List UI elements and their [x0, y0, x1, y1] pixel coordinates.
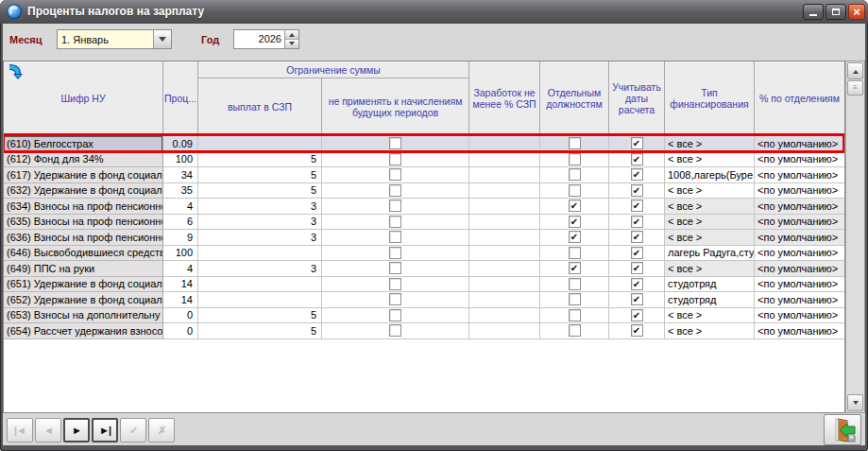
- szp-limit-cell[interactable]: [198, 246, 322, 262]
- separate-positions-cell[interactable]: [540, 167, 609, 183]
- szp-limit-cell[interactable]: 5: [198, 167, 322, 183]
- percent-cell[interactable]: 0.09: [163, 136, 198, 152]
- dept-percent-cell[interactable]: <по умолчанию>: [755, 183, 844, 199]
- calc-dates-cell[interactable]: ✔: [609, 167, 665, 183]
- separate-positions-cell[interactable]: [540, 308, 609, 324]
- min-percent-cell[interactable]: [469, 167, 540, 183]
- separate-positions-checkbox[interactable]: ✔: [569, 199, 581, 212]
- nav-last-record-button[interactable]: ►|: [92, 418, 118, 442]
- table-row[interactable]: (654) Рассчет удержания взносо05✔< все >…: [4, 323, 844, 339]
- szp-limit-cell[interactable]: 3: [198, 215, 322, 231]
- szp-limit-cell[interactable]: 5: [198, 308, 322, 324]
- calc-dates-cell[interactable]: ✔: [609, 261, 665, 277]
- calc-dates-checkbox[interactable]: ✔: [631, 153, 643, 165]
- dept-percent-cell[interactable]: <по умолчанию>: [755, 323, 844, 339]
- spin-down-button[interactable]: [285, 40, 298, 48]
- separate-positions-checkbox[interactable]: [569, 247, 581, 259]
- no-future-cell[interactable]: [322, 292, 469, 308]
- szp-limit-cell[interactable]: 3: [198, 261, 322, 277]
- calc-dates-cell[interactable]: ✔: [609, 215, 665, 231]
- dept-percent-cell[interactable]: <по умолчанию>: [755, 292, 844, 308]
- group-header-sum-limit[interactable]: Ограничение суммы: [198, 61, 469, 78]
- dept-percent-cell[interactable]: <по умолчанию>: [755, 215, 844, 231]
- separate-positions-cell[interactable]: [540, 136, 609, 152]
- column-header-dept-percent[interactable]: % по отделениям: [755, 61, 844, 135]
- separate-positions-cell[interactable]: [540, 323, 609, 339]
- column-header-financing-type[interactable]: Тип финансирования: [665, 61, 755, 135]
- table-row[interactable]: (634) Взносы на проф пенсионно43✔✔< все …: [4, 199, 844, 215]
- separate-positions-checkbox[interactable]: ✔: [569, 262, 581, 274]
- no-future-cell[interactable]: [322, 230, 469, 246]
- percent-cell[interactable]: 35: [163, 183, 198, 199]
- table-row[interactable]: (635) Взносы на проф пенсионно63✔✔< все …: [4, 215, 844, 231]
- szp-limit-cell[interactable]: 3: [198, 199, 322, 215]
- no-future-checkbox[interactable]: [389, 309, 401, 321]
- separate-positions-cell[interactable]: [540, 152, 609, 168]
- separate-positions-cell[interactable]: ✔: [540, 230, 609, 246]
- percent-cell[interactable]: 34: [163, 167, 198, 183]
- code-cell[interactable]: (632) Удержание в фонд социал: [4, 183, 163, 199]
- percent-cell[interactable]: 0: [163, 308, 198, 324]
- calc-dates-checkbox[interactable]: ✔: [631, 231, 643, 243]
- code-cell[interactable]: (635) Взносы на проф пенсионно: [4, 215, 163, 231]
- min-percent-cell[interactable]: [469, 152, 540, 168]
- financing-cell[interactable]: < все >: [665, 261, 755, 277]
- code-cell[interactable]: (612) Фонд для 34%: [4, 152, 163, 168]
- calc-dates-checkbox[interactable]: ✔: [631, 293, 643, 305]
- percent-cell[interactable]: 14: [163, 292, 198, 308]
- calc-dates-cell[interactable]: ✔: [609, 183, 665, 199]
- financing-cell[interactable]: < все >: [665, 215, 755, 231]
- financing-cell[interactable]: < все >: [665, 308, 755, 324]
- financing-cell[interactable]: < все >: [665, 152, 755, 168]
- no-future-cell[interactable]: [322, 167, 469, 183]
- dept-percent-cell[interactable]: <по умолчанию>: [755, 246, 844, 262]
- month-combobox[interactable]: 1. Январь: [57, 29, 172, 49]
- no-future-checkbox[interactable]: [389, 262, 401, 274]
- code-cell[interactable]: (634) Взносы на проф пенсионно: [4, 199, 163, 215]
- column-header-code[interactable]: Шифр НУ: [4, 61, 163, 135]
- nav-first-record-button[interactable]: |◄: [7, 418, 33, 442]
- table-row[interactable]: (652) Удержание в фонд социал14✔студотря…: [4, 292, 844, 308]
- separate-positions-cell[interactable]: [540, 183, 609, 199]
- no-future-checkbox[interactable]: [389, 153, 401, 165]
- dept-percent-cell[interactable]: <по умолчанию>: [755, 199, 844, 215]
- table-row[interactable]: (649) ППС на руки43✔✔< все ><по умолчани…: [4, 261, 844, 277]
- dept-percent-cell[interactable]: <по умолчанию>: [755, 136, 844, 152]
- nav-prior-record-button[interactable]: ◄: [35, 418, 61, 442]
- calc-dates-cell[interactable]: ✔: [609, 199, 665, 215]
- calc-dates-checkbox[interactable]: ✔: [631, 324, 643, 337]
- separate-positions-checkbox[interactable]: [569, 184, 581, 197]
- no-future-cell[interactable]: [322, 183, 469, 199]
- calc-dates-checkbox[interactable]: ✔: [631, 216, 643, 228]
- column-header-calc-dates[interactable]: Учитывать даты расчета: [609, 61, 665, 135]
- financing-cell[interactable]: лагерь Радуга,сту: [665, 246, 755, 262]
- code-cell[interactable]: (653) Взносы на дополнительну: [4, 308, 163, 324]
- year-spinner[interactable]: 2026: [233, 29, 299, 49]
- dept-percent-cell[interactable]: <по умолчанию>: [755, 308, 844, 324]
- calc-dates-checkbox[interactable]: ✔: [631, 137, 643, 149]
- scrollbar-thumb[interactable]: ≡: [847, 80, 863, 95]
- szp-limit-cell[interactable]: 3: [198, 230, 322, 246]
- dept-percent-cell[interactable]: <по умолчанию>: [755, 152, 844, 168]
- maximize-button[interactable]: [825, 4, 846, 20]
- min-percent-cell[interactable]: [469, 323, 540, 339]
- title-bar[interactable]: Проценты налогов на зарплату ×: [0, 0, 868, 24]
- nav-cancel-edit-button[interactable]: ✗: [148, 418, 175, 442]
- percent-cell[interactable]: 6: [163, 215, 198, 231]
- min-percent-cell[interactable]: [469, 230, 540, 246]
- separate-positions-checkbox[interactable]: [569, 293, 581, 305]
- dept-percent-cell[interactable]: <по умолчанию>: [755, 261, 844, 277]
- szp-limit-cell[interactable]: [198, 292, 322, 308]
- percent-cell[interactable]: 4: [163, 199, 198, 215]
- table-row[interactable]: (610) Белгосстрах0.09✔< все ><по умолчан…: [4, 136, 844, 152]
- separate-positions-cell[interactable]: [540, 246, 609, 262]
- calc-dates-checkbox[interactable]: ✔: [631, 247, 643, 259]
- sort-curved-arrow-icon[interactable]: [8, 63, 25, 80]
- szp-limit-cell[interactable]: [198, 136, 322, 152]
- no-future-checkbox[interactable]: [389, 247, 401, 259]
- no-future-cell[interactable]: [322, 323, 469, 339]
- calc-dates-cell[interactable]: ✔: [609, 152, 665, 168]
- financing-cell[interactable]: < все >: [665, 230, 755, 246]
- calc-dates-cell[interactable]: ✔: [609, 308, 665, 324]
- scroll-up-button[interactable]: [847, 62, 863, 79]
